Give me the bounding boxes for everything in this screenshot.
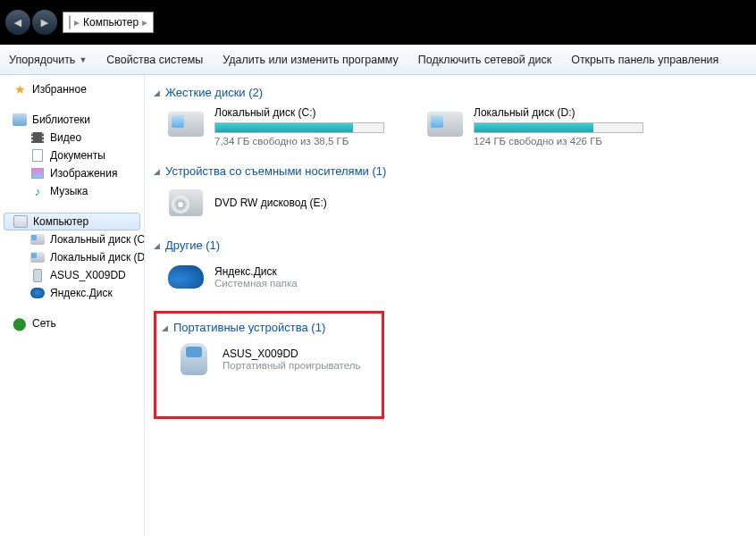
computer-icon bbox=[13, 215, 28, 228]
drive-d-name: Локальный диск (D:) bbox=[474, 106, 667, 119]
cloud-icon bbox=[30, 288, 45, 298]
video-icon bbox=[31, 132, 44, 143]
sidebar-drive-d[interactable]: Локальный диск (D bbox=[0, 248, 144, 266]
toolbar-map-drive[interactable]: Подключить сетевой диск bbox=[418, 54, 551, 66]
sidebar-lib-docs[interactable]: Документы bbox=[0, 147, 144, 164]
section-removable-header[interactable]: ◢ Устройства со съемными носителями (1) bbox=[154, 163, 756, 180]
drive-c-free: 7,34 ГБ свободно из 38,5 ГБ bbox=[214, 136, 407, 147]
libraries-icon bbox=[13, 113, 27, 126]
item-yadisk[interactable]: Яндекс.Диск Системная папка bbox=[166, 259, 407, 295]
computer-icon bbox=[69, 15, 71, 29]
drive-d[interactable]: Локальный диск (D:) 124 ГБ свободно из 4… bbox=[425, 106, 667, 147]
toolbar-control-panel[interactable]: Открыть панель управления bbox=[571, 54, 718, 66]
sidebar: ★ Избранное Библиотеки Видео Документы И… bbox=[0, 75, 145, 536]
sidebar-favorites[interactable]: ★ Избранное bbox=[0, 80, 144, 98]
nav-forward-button[interactable]: ► bbox=[32, 10, 57, 35]
sidebar-lib-music[interactable]: ♪Музыка bbox=[0, 182, 144, 200]
collapse-icon: ◢ bbox=[154, 167, 160, 176]
dvd-icon bbox=[169, 189, 203, 216]
sidebar-libraries-label: Библиотеки bbox=[32, 113, 90, 126]
sidebar-lib-video[interactable]: Видео bbox=[0, 129, 144, 147]
sidebar-computer-label: Компьютер bbox=[33, 215, 88, 228]
toolbar-uninstall[interactable]: Удалить или изменить программу bbox=[223, 54, 399, 66]
sidebar-asus[interactable]: ASUS_X009DD bbox=[0, 266, 144, 284]
breadcrumb-sep: ▸ bbox=[74, 16, 80, 29]
sidebar-libraries[interactable]: Библиотеки bbox=[0, 111, 144, 129]
sidebar-computer[interactable]: Компьютер bbox=[4, 213, 140, 230]
sidebar-yadisk[interactable]: Яндекс.Диск bbox=[0, 284, 144, 302]
section-other-header[interactable]: ◢ Другие (1) bbox=[154, 237, 756, 254]
breadcrumb-sep[interactable]: ▸ bbox=[142, 16, 147, 29]
collapse-icon: ◢ bbox=[154, 241, 160, 250]
hdd-icon bbox=[30, 252, 45, 263]
document-icon bbox=[32, 149, 43, 162]
asus-sub: Портативный проигрыватель bbox=[223, 360, 360, 371]
nav-back-button[interactable]: ◄ bbox=[5, 10, 30, 35]
drive-c[interactable]: Локальный диск (C:) 7,34 ГБ свободно из … bbox=[166, 106, 407, 147]
hdd-icon bbox=[168, 112, 204, 137]
music-icon: ♪ bbox=[30, 184, 45, 198]
drive-dvd-name: DVD RW дисковод (E:) bbox=[214, 197, 327, 209]
content-pane: ◢ Жесткие диски (2) Локальный диск (C:) … bbox=[145, 75, 756, 536]
drive-c-bar bbox=[214, 122, 384, 133]
drive-dvd[interactable]: DVD RW дисковод (E:) bbox=[166, 185, 407, 221]
sidebar-drive-c[interactable]: Локальный диск (C bbox=[0, 230, 144, 248]
yadisk-name: Яндекс.Диск bbox=[214, 265, 298, 278]
hdd-icon bbox=[30, 234, 45, 245]
address-bar[interactable]: ▸ Компьютер ▸ bbox=[63, 12, 154, 33]
sidebar-network[interactable]: ⬤ Сеть bbox=[0, 314, 144, 332]
hdd-icon bbox=[427, 112, 463, 137]
sidebar-network-label: Сеть bbox=[32, 317, 56, 330]
asus-name: ASUS_X009DD bbox=[223, 348, 360, 360]
collapse-icon: ◢ bbox=[154, 88, 160, 97]
sidebar-favorites-label: Избранное bbox=[32, 83, 87, 96]
collapse-icon: ◢ bbox=[162, 323, 168, 332]
toolbar-organize[interactable]: Упорядочить▼ bbox=[9, 54, 87, 66]
toolbar-system-properties[interactable]: Свойства системы bbox=[106, 54, 203, 66]
player-icon bbox=[181, 343, 207, 375]
breadcrumb-computer[interactable]: Компьютер bbox=[83, 16, 139, 29]
section-portable-header[interactable]: ◢ Портативные устройства (1) bbox=[162, 319, 376, 336]
toolbar: Упорядочить▼ Свойства системы Удалить ил… bbox=[0, 45, 756, 75]
drive-d-bar bbox=[474, 122, 643, 133]
sidebar-lib-images[interactable]: Изображения bbox=[0, 164, 144, 182]
network-icon: ⬤ bbox=[13, 316, 27, 331]
titlebar: ◄ ► ▸ Компьютер ▸ bbox=[0, 0, 756, 45]
highlight-box: ◢ Портативные устройства (1) ASUS_X009DD… bbox=[154, 311, 384, 419]
image-icon bbox=[31, 168, 44, 179]
phone-icon bbox=[33, 269, 42, 282]
cloud-icon bbox=[168, 265, 204, 289]
drive-c-name: Локальный диск (C:) bbox=[214, 106, 407, 119]
yadisk-sub: Системная папка bbox=[214, 278, 298, 289]
drive-d-free: 124 ГБ свободно из 426 ГБ bbox=[474, 136, 667, 147]
section-hdd-header[interactable]: ◢ Жесткие диски (2) bbox=[154, 84, 756, 101]
star-icon: ★ bbox=[13, 82, 27, 96]
item-asus[interactable]: ASUS_X009DD Портативный проигрыватель bbox=[174, 341, 376, 377]
